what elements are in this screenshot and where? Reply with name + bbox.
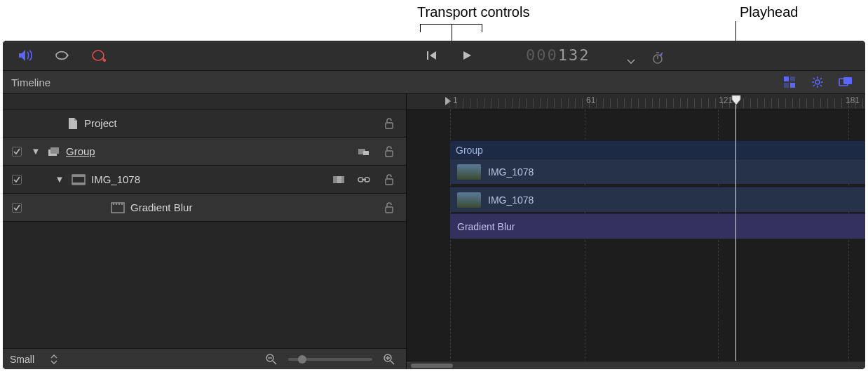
ruler-tick-1: 1: [453, 95, 458, 105]
annotation-bracket-h: [420, 24, 482, 25]
svg-rect-5: [790, 77, 795, 81]
track-clip-label: IMG_1078: [488, 194, 534, 206]
visibility-checkbox[interactable]: [12, 147, 22, 157]
timeline-title: Timeline: [3, 77, 50, 88]
track-clip-filter[interactable]: Gradient Blur: [450, 213, 865, 239]
horizontal-scrollbar[interactable]: [407, 361, 865, 369]
svg-point-3: [660, 54, 663, 56]
timecode-leading: 000: [526, 46, 558, 64]
svg-rect-31: [121, 203, 123, 205]
show-keyframes-icon[interactable]: [780, 72, 799, 92]
svg-rect-30: [118, 203, 120, 205]
layer-name-project: Project: [84, 117, 117, 129]
filmstrip-icon: [72, 174, 86, 185]
svg-rect-10: [843, 77, 852, 84]
play-button[interactable]: [457, 46, 477, 65]
timecode-menu-icon[interactable]: [621, 52, 641, 72]
track-clip-label: IMG_1078: [488, 166, 534, 178]
lock-icon[interactable]: [379, 142, 399, 161]
app-window: 000132 Timeline: [3, 41, 865, 369]
svg-rect-26: [386, 179, 393, 185]
svg-rect-18: [72, 175, 85, 177]
track-clip-media1[interactable]: IMG_1078: [450, 159, 865, 184]
track-clip-label: Group: [456, 145, 483, 156]
timecode-display[interactable]: 000132: [526, 46, 590, 64]
annotation-bracket-r: [482, 24, 482, 32]
zoom-in-icon[interactable]: [379, 350, 399, 369]
layer-row-group[interactable]: ▼ Group: [3, 138, 406, 166]
layer-name-filter: Gradient Blur: [130, 201, 192, 213]
tracks-area: Group IMG_1078 IMG_1078 Gradient Blur: [407, 109, 865, 359]
audio-mute-icon[interactable]: [15, 46, 35, 65]
svg-rect-15: [363, 151, 369, 155]
timeline-tracks-panel: 1 61 121 181 Group IMG_1078 IMG_107: [407, 94, 865, 369]
playhead-marker-icon[interactable]: [731, 95, 742, 106]
svg-rect-4: [784, 77, 789, 81]
visibility-checkbox[interactable]: [12, 175, 22, 185]
svg-rect-19: [72, 182, 85, 185]
svg-rect-22: [341, 176, 344, 183]
svg-rect-16: [386, 151, 393, 157]
filter-icon: [111, 202, 125, 213]
gear-icon[interactable]: [808, 72, 827, 92]
timeline-title-bar: Timeline: [3, 70, 865, 94]
svg-rect-11: [386, 123, 393, 128]
svg-rect-6: [784, 83, 789, 88]
annotation-bracket-stem: [452, 24, 452, 41]
svg-rect-13: [50, 147, 59, 154]
track-clip-media2[interactable]: IMG_1078: [450, 187, 865, 212]
track-clip-group[interactable]: Group: [450, 140, 865, 159]
timeline-ruler[interactable]: 1 61 121 181: [407, 94, 865, 109]
lock-icon[interactable]: [379, 170, 399, 190]
frame-blending-icon[interactable]: [329, 170, 348, 190]
annotation-bracket-l: [420, 24, 421, 32]
document-icon: [67, 117, 79, 130]
zoom-out-icon[interactable]: [262, 350, 281, 369]
clip-thumbnail-icon: [457, 192, 481, 208]
layer-list-header: [3, 94, 406, 109]
annotation-playhead: Playhead: [740, 4, 798, 20]
layer-name-media: IMG_1078: [91, 173, 140, 185]
svg-point-8: [815, 80, 820, 84]
layer-row-filter[interactable]: Gradient Blur: [3, 194, 406, 222]
lock-icon[interactable]: [379, 114, 399, 133]
timecode-value: 132: [558, 46, 590, 64]
svg-rect-20: [333, 176, 337, 183]
disclosure-triangle-icon[interactable]: ▼: [55, 174, 65, 185]
zoom-slider[interactable]: [288, 358, 372, 361]
record-icon[interactable]: [88, 46, 108, 65]
main-area: Project ▼ Group: [3, 94, 865, 369]
svg-rect-28: [113, 203, 114, 205]
ruler-tick-181: 181: [846, 95, 860, 105]
row-size-stepper[interactable]: [44, 350, 64, 369]
ruler-ticks: [449, 98, 865, 108]
visibility-checkbox[interactable]: [12, 203, 22, 213]
lock-icon[interactable]: [379, 198, 399, 218]
mask-icon[interactable]: [836, 72, 855, 92]
layer-list-panel: Project ▼ Group: [3, 94, 407, 369]
svg-rect-1: [427, 51, 428, 60]
track-clip-label: Gradient Blur: [457, 221, 515, 232]
svg-rect-21: [337, 176, 341, 183]
transport-toolbar: 000132: [3, 41, 865, 70]
row-size-label: Small: [10, 354, 34, 365]
isolate-icon[interactable]: [354, 142, 374, 161]
svg-rect-32: [386, 207, 393, 213]
svg-rect-7: [790, 83, 795, 88]
layer-row-project[interactable]: Project: [3, 109, 406, 138]
ruler-tick-61: 61: [586, 95, 595, 105]
layer-row-media[interactable]: ▼ IMG_1078: [3, 166, 406, 194]
loop-icon[interactable]: [52, 46, 72, 65]
link-icon[interactable]: [354, 170, 374, 190]
svg-rect-29: [116, 203, 117, 205]
layers-icon: [48, 147, 60, 157]
scrollbar-thumb[interactable]: [411, 364, 453, 368]
zoom-slider-thumb[interactable]: [298, 355, 306, 364]
go-to-start-button[interactable]: [422, 46, 442, 65]
playhead[interactable]: [735, 96, 736, 369]
disclosure-triangle-icon[interactable]: ▼: [31, 146, 41, 157]
layer-list-empty-area: [3, 222, 406, 348]
layer-list-footer: Small: [3, 348, 406, 369]
stopwatch-icon[interactable]: [648, 48, 667, 67]
layer-name-group: Group: [66, 145, 95, 157]
